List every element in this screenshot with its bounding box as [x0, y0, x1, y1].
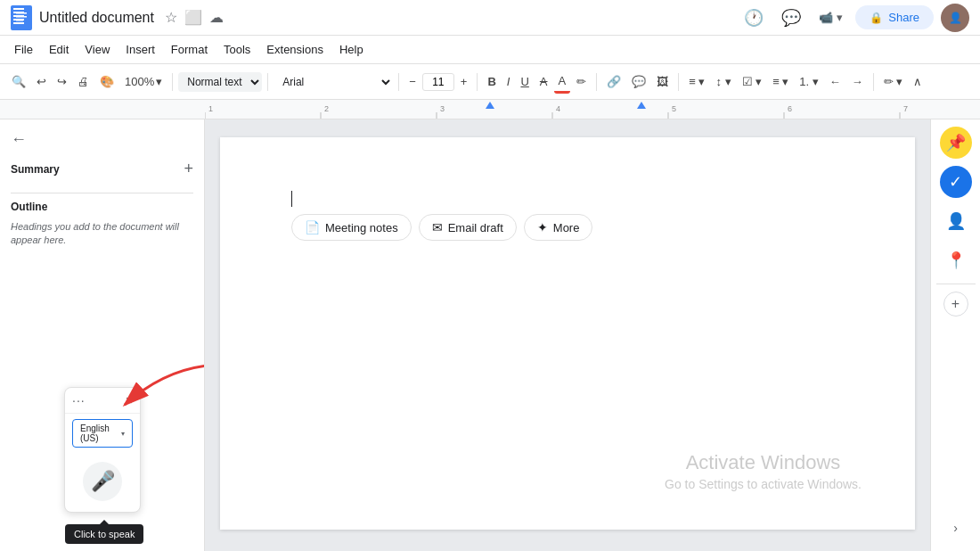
menu-edit[interactable]: Edit — [42, 39, 76, 60]
sidebar-divider — [11, 193, 193, 193]
voice-widget: ··· × English (US) ▾ 🎤 Click to speak — [64, 387, 141, 513]
keep-button[interactable]: 📌 — [940, 127, 972, 159]
svg-marker-18 — [486, 102, 494, 109]
font-size-input[interactable] — [422, 73, 454, 91]
redo-button[interactable]: ↪ — [53, 71, 71, 92]
checklist-button[interactable]: ☑ ▾ — [738, 71, 767, 92]
font-size-decrease[interactable]: − — [404, 71, 421, 92]
bullet-list-button[interactable]: ≡ ▾ — [768, 71, 793, 92]
menu-insert[interactable]: Insert — [118, 39, 162, 60]
svg-text:1: 1 — [208, 104, 213, 113]
underline-button[interactable]: U — [516, 71, 533, 92]
add-plugin-button[interactable]: + — [943, 292, 968, 317]
indent-decrease-button[interactable]: ← — [825, 71, 845, 92]
contacts-button[interactable]: 👤 — [940, 205, 972, 237]
outline-section: Outline Headings you add to the document… — [11, 201, 193, 248]
link-button[interactable]: 🔗 — [602, 71, 625, 92]
email-draft-icon: ✉ — [432, 220, 443, 234]
menu-tools[interactable]: Tools — [216, 39, 257, 60]
svg-rect-2 — [16, 16, 27, 18]
sidebar: ← Summary + Outline Headings you add to … — [0, 119, 205, 551]
lock-icon: 🔒 — [870, 12, 883, 24]
style-select[interactable]: Normal text Heading 1 Heading 2 Heading … — [178, 72, 262, 92]
doc-icon — [11, 5, 32, 30]
pen-button[interactable]: ✏ ▾ — [879, 71, 908, 92]
italic-button[interactable]: I — [502, 71, 515, 92]
drive-icon[interactable]: ⬜ — [184, 9, 202, 26]
page[interactable]: 📄 Meeting notes ✉ Email draft ✦ More Act… — [220, 137, 915, 530]
svg-text:6: 6 — [788, 104, 792, 113]
indent-increase-button[interactable]: → — [847, 71, 868, 92]
tasks-button[interactable]: ✓ — [940, 166, 972, 198]
meet-icon: 📹 — [819, 11, 833, 24]
menu-file[interactable]: File — [7, 39, 40, 60]
sidebar-back-button[interactable]: ← — [11, 130, 27, 149]
print-button[interactable]: 🖨 — [73, 71, 94, 92]
chip-email-draft[interactable]: ✉ Email draft — [419, 214, 517, 241]
maps-button[interactable]: 📍 — [940, 244, 972, 276]
voice-tooltip: Click to speak — [65, 524, 143, 544]
align-button[interactable]: ≡ ▾ — [684, 71, 709, 92]
outline-title: Outline — [11, 201, 193, 213]
summary-add-button[interactable]: + — [184, 160, 193, 178]
svg-marker-19 — [637, 102, 646, 109]
menu-bar: File Edit View Insert Format Tools Exten… — [0, 36, 980, 64]
svg-rect-0 — [13, 8, 29, 28]
document-title: Untitled document — [39, 10, 154, 26]
mic-icon: 🎤 — [83, 462, 122, 501]
cloud-icon: ☁ — [209, 9, 224, 26]
history-button[interactable]: 🕐 — [739, 4, 769, 31]
ruler: 1 2 3 4 5 6 7 — [0, 100, 980, 119]
font-size-increase[interactable]: + — [456, 71, 472, 92]
star-icon[interactable]: ☆ — [165, 9, 177, 26]
menu-view[interactable]: View — [78, 39, 117, 60]
menu-help[interactable]: Help — [332, 39, 371, 60]
bold-button[interactable]: B — [483, 71, 500, 92]
collapse-toolbar[interactable]: ∧ — [909, 71, 927, 92]
separator-1 — [172, 73, 173, 91]
main-layout: ← Summary + Outline Headings you add to … — [0, 119, 980, 551]
text-color-button[interactable]: A — [554, 70, 571, 94]
svg-text:7: 7 — [903, 104, 908, 113]
zoom-select[interactable]: 100% ▾ — [120, 71, 167, 92]
separator-5 — [596, 73, 597, 91]
voice-close-button[interactable]: × — [126, 393, 133, 407]
voice-widget-header: ··· × — [65, 388, 140, 414]
search-button[interactable]: 🔍 — [7, 71, 30, 92]
separator-2 — [267, 73, 268, 91]
voice-language-selector[interactable]: English (US) ▾ — [72, 419, 133, 448]
font-select[interactable]: Arial Times New Roman Courier New — [274, 72, 393, 92]
svg-text:3: 3 — [440, 104, 445, 113]
chip-more[interactable]: ✦ More — [524, 214, 593, 241]
meet-button[interactable]: 📹 ▾ — [813, 7, 848, 28]
avatar[interactable]: 👤 — [941, 4, 969, 32]
menu-format[interactable]: Format — [164, 39, 215, 60]
more-chip-icon: ✦ — [537, 220, 548, 234]
line-spacing-button[interactable]: ↕ ▾ — [711, 71, 735, 92]
summary-section: Summary + — [11, 160, 193, 178]
voice-language-arrow: ▾ — [121, 430, 125, 438]
zoom-value: 100% — [125, 75, 154, 88]
numbered-list-button[interactable]: 1. ▾ — [795, 71, 822, 92]
expand-panel-button[interactable]: › — [940, 512, 972, 544]
watermark: Activate Windows Go to Settings to activ… — [665, 449, 862, 494]
ruler-content: 1 2 3 4 5 6 7 — [205, 100, 927, 119]
undo-button[interactable]: ↩ — [32, 71, 51, 92]
document-area[interactable]: 📄 Meeting notes ✉ Email draft ✦ More Act… — [205, 119, 930, 551]
voice-mic-button[interactable]: 🎤 — [65, 448, 140, 512]
image-button[interactable]: 🖼 — [652, 71, 673, 92]
comment-toolbar-button[interactable]: 💬 — [627, 71, 650, 92]
comment-button[interactable]: 💬 — [776, 4, 806, 31]
paintformat-button[interactable]: 🎨 — [95, 71, 118, 92]
separator-4 — [477, 73, 478, 91]
separator-3 — [398, 73, 399, 91]
menu-extensions[interactable]: Extensions — [259, 39, 331, 60]
strikethrough-button[interactable]: A — [535, 71, 552, 92]
highlight-button[interactable]: ✏ — [572, 71, 591, 92]
summary-title: Summary — [11, 163, 60, 176]
chip-more-label: More — [553, 221, 580, 234]
share-label: Share — [888, 11, 919, 24]
right-panel: 📌 ✓ 👤 📍 + › — [930, 119, 980, 551]
share-button[interactable]: 🔒 Share — [855, 5, 934, 29]
chip-meeting-notes[interactable]: 📄 Meeting notes — [291, 214, 412, 241]
